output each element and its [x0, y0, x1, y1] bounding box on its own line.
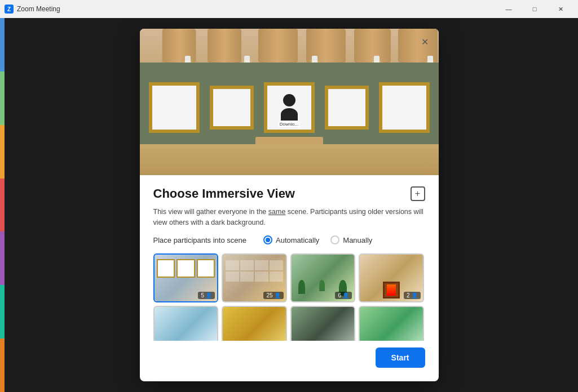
scene-1-art — [157, 259, 215, 278]
modal-description: This view will gather everyone in the sa… — [153, 207, 425, 228]
scene-item-3[interactable]: 6 👤 — [290, 253, 356, 302]
window-controls: — □ ✕ — [496, 0, 573, 18]
scene-grid-wrapper: 5 👤 — [153, 253, 425, 341]
scene-1-badge: 5 👤 — [198, 292, 215, 299]
scene-item-2[interactable]: 25 👤 — [222, 253, 287, 302]
mini-frame-1 — [157, 259, 175, 278]
preview-area: Downlo... — [140, 29, 439, 175]
scene-2-badge: 25 👤 — [263, 292, 283, 299]
app-title: Zoom Meeting — [17, 5, 496, 13]
description-highlight: same — [268, 208, 286, 216]
scene-item-4[interactable]: 2 👤 — [359, 253, 424, 302]
maximize-button[interactable]: □ — [522, 0, 548, 18]
frame-5-inner — [382, 86, 426, 130]
scene-item-6[interactable]: 25 👤 — [222, 306, 287, 341]
modal-close-button[interactable]: ✕ — [418, 35, 432, 49]
scene-item-7[interactable]: 2 👤 — [290, 306, 356, 341]
frames-row: Downlo... — [140, 82, 439, 133]
person-head — [283, 94, 295, 106]
start-button[interactable]: Start — [376, 348, 425, 368]
add-scene-button[interactable]: + — [411, 186, 425, 201]
frame-2 — [210, 86, 254, 130]
frame-5 — [379, 82, 430, 133]
app-icon: Z — [5, 5, 14, 14]
frame-1-inner — [152, 86, 196, 130]
person-label: Downlo... — [278, 121, 300, 127]
scene-4-badge: 2 👤 — [404, 292, 421, 299]
beam-2 — [208, 29, 241, 63]
beam-1 — [162, 29, 196, 63]
scene-3-badge: 6 👤 — [335, 292, 352, 299]
radio-auto-label: Automatically — [276, 236, 319, 244]
mini-frame-3 — [197, 259, 215, 278]
scene-item-5[interactable]: 2 👤 — [153, 306, 219, 341]
modal-header: Choose Immersive View + — [153, 186, 425, 201]
modal-title: Choose Immersive View — [153, 186, 295, 201]
frame-1 — [149, 82, 200, 133]
scene-grid: 5 👤 — [153, 253, 425, 341]
radio-automatically[interactable]: Automatically — [263, 235, 319, 244]
radio-manually[interactable]: Manually — [330, 235, 372, 244]
scene-6-visual — [223, 307, 286, 341]
scene-8-visual — [360, 307, 423, 341]
frame-2-inner — [213, 89, 250, 126]
immersive-view-modal: ✕ — [140, 29, 439, 382]
frame-4 — [325, 86, 369, 130]
radio-auto-circle — [263, 235, 272, 244]
frame-3-person: Downlo... — [264, 82, 315, 133]
beam-5 — [354, 29, 391, 63]
scene-item-8[interactable]: 24 👤 — [359, 306, 424, 341]
scene-5-visual — [155, 307, 218, 341]
modal-footer: Start — [140, 341, 439, 368]
scene-item-1[interactable]: 5 👤 — [153, 253, 219, 302]
beam-3 — [258, 29, 298, 63]
mini-frame-2 — [177, 259, 195, 278]
radio-row: Place participants into scene Automatica… — [153, 235, 425, 244]
frame-4-inner — [328, 89, 365, 126]
window-close-button[interactable]: ✕ — [548, 0, 573, 18]
person-body — [281, 108, 298, 121]
radio-manual-label: Manually — [343, 236, 372, 244]
modal-overlay: ✕ — [0, 18, 578, 392]
titlebar: Z Zoom Meeting — □ ✕ — [0, 0, 578, 18]
modal-body: Choose Immersive View + This view will g… — [140, 175, 439, 341]
place-label: Place participants into scene — [153, 236, 246, 244]
minimize-button[interactable]: — — [496, 0, 522, 18]
person-silhouette — [281, 94, 298, 121]
radio-manual-circle — [330, 235, 339, 244]
frame-3-inner: Downlo... — [267, 86, 311, 130]
scene-7-visual — [292, 307, 355, 341]
room-floor — [140, 144, 439, 175]
